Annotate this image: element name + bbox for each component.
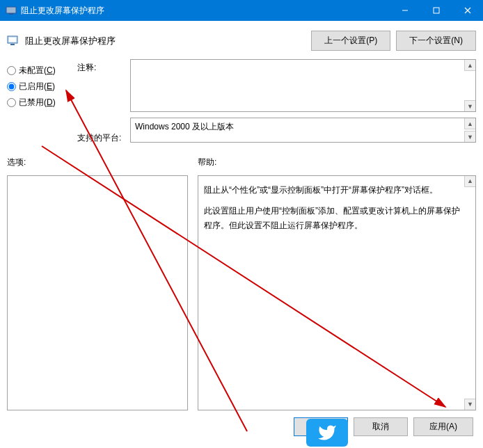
titlebar: 阻止更改屏幕保护程序 [0,0,483,21]
svg-rect-8 [10,44,15,45]
setting-icon [7,35,19,47]
apply-button[interactable]: 应用(A) [413,417,473,436]
setting-title: 阻止更改屏幕保护程序 [25,35,306,47]
comment-label: 注释: [77,62,126,74]
dialog-buttons: 确定 取消 应用(A) [7,417,476,436]
window-controls [389,0,483,21]
watermark-overlay-icon [306,419,348,447]
scroll-down-icon[interactable]: ▼ [464,131,475,142]
scroll-down-icon[interactable]: ▼ [464,399,475,410]
scroll-up-icon[interactable]: ▲ [464,60,475,71]
platform-text: Windows 2000 及以上版本 ▲ ▼ [130,118,476,143]
mid-labels: 注释: 支持的平台: [77,59,126,144]
comment-textarea[interactable]: ▲ ▼ [130,59,476,112]
radio-not-configured[interactable] [7,66,16,75]
platform-label: 支持的平台: [77,132,126,144]
help-label: 帮助: [198,157,476,168]
minimize-button[interactable] [389,0,420,21]
help-text-1: 阻止从“个性化”或“显示控制面板”中打开“屏幕保护程序”对话框。 [204,183,460,197]
next-setting-button[interactable]: 下一个设置(N) [396,31,476,51]
help-panel: 阻止从“个性化”或“显示控制面板”中打开“屏幕保护程序”对话框。 此设置阻止用户… [198,175,476,410]
svg-rect-7 [9,38,16,42]
scroll-up-icon[interactable]: ▲ [464,118,475,129]
svg-rect-3 [434,8,439,13]
radio-disabled-label[interactable]: 已禁用(D) [19,97,56,109]
window-title: 阻止更改屏幕保护程序 [21,5,389,17]
header-row: 阻止更改屏幕保护程序 上一个设置(P) 下一个设置(N) [7,31,476,51]
svg-rect-0 [6,7,16,13]
svg-rect-1 [9,13,13,15]
scroll-down-icon[interactable]: ▼ [464,100,475,111]
prev-setting-button[interactable]: 上一个设置(P) [311,31,390,51]
radio-enabled-label[interactable]: 已启用(E) [19,81,55,93]
scroll-up-icon[interactable]: ▲ [464,176,475,187]
options-panel [7,175,188,410]
radio-enabled[interactable] [7,82,16,91]
help-text-2: 此设置阻止用户使用“控制面板”添加、配置或更改计算机上的屏幕保护程序。但此设置不… [204,204,460,232]
options-label: 选项: [7,157,188,168]
policy-icon [6,5,17,16]
radio-disabled[interactable] [7,98,16,107]
maximize-button[interactable] [420,0,452,21]
close-button[interactable] [452,0,483,21]
cancel-button[interactable]: 取消 [354,417,408,436]
state-radio-group: 未配置(C) 已启用(E) 已禁用(D) [7,59,73,144]
radio-not-configured-label[interactable]: 未配置(C) [19,65,56,77]
platform-value: Windows 2000 及以上版本 [135,122,234,131]
